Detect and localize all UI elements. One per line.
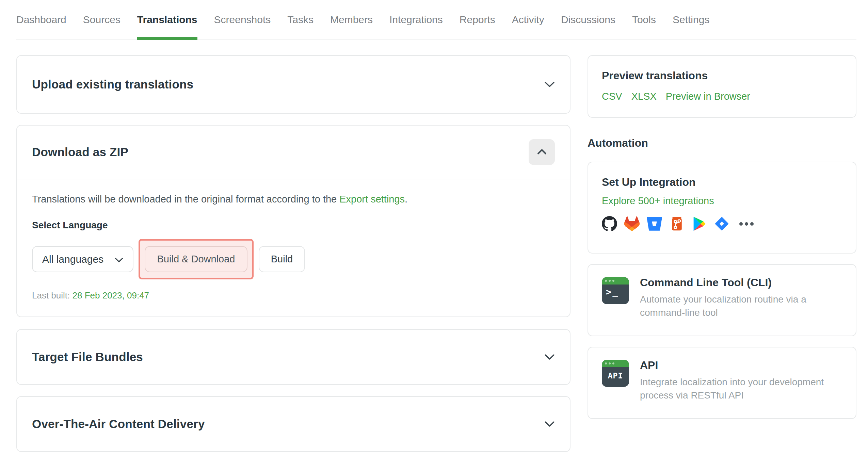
panel-title: Download as ZIP [32, 145, 128, 159]
tab-integrations[interactable]: Integrations [389, 0, 443, 39]
tab-tasks[interactable]: Tasks [287, 0, 314, 39]
api-title: API [640, 359, 842, 372]
api-card[interactable]: API API Integrate localization into your… [588, 347, 856, 419]
gitlab-icon[interactable] [624, 216, 640, 231]
cli-card[interactable]: >_ Command Line Tool (CLI) Automate your… [588, 264, 856, 336]
tab-dashboard[interactable]: Dashboard [16, 0, 66, 39]
chevron-down-icon [115, 254, 123, 265]
chevron-down-icon [544, 354, 555, 360]
integration-icons [602, 216, 842, 231]
api-icon-glyph: API [602, 367, 629, 380]
github-icon[interactable] [602, 216, 617, 231]
tab-discussions[interactable]: Discussions [561, 0, 615, 39]
automation-heading: Automation [588, 137, 856, 149]
description-period: . [405, 194, 407, 205]
last-built-label: Last built: [32, 290, 70, 300]
preview-translations-title: Preview translations [602, 69, 842, 82]
export-settings-link[interactable]: Export settings [339, 194, 405, 205]
description-text: Translations will be downloaded in the o… [32, 194, 339, 205]
tab-settings[interactable]: Settings [673, 0, 709, 39]
language-select-value: All languages [42, 254, 103, 265]
tab-activity[interactable]: Activity [512, 0, 544, 39]
target-file-bundles-panel[interactable]: Target File Bundles [16, 329, 570, 385]
bitbucket-icon[interactable] [647, 216, 662, 231]
panel-title: Over-The-Air Content Delivery [32, 417, 205, 431]
terminal-icon-glyph: >_ [602, 285, 629, 297]
tab-reports[interactable]: Reports [460, 0, 495, 39]
preview-translations-card: Preview translations CSV XLSX Preview in… [588, 55, 856, 118]
google-play-icon[interactable] [692, 216, 707, 231]
api-description: Integrate localization into your develop… [640, 376, 842, 402]
tab-screenshots[interactable]: Screenshots [214, 0, 271, 39]
chevron-down-icon [544, 81, 555, 88]
tab-translations[interactable]: Translations [137, 0, 197, 39]
cli-title: Command Line Tool (CLI) [640, 276, 841, 289]
last-built-status: Last built: 28 Feb 2023, 09:47 [32, 290, 555, 301]
chevron-up-icon [537, 149, 547, 156]
download-as-zip-panel: Download as ZIP Translations will be dow… [16, 125, 570, 317]
download-description: Translations will be downloaded in the o… [32, 194, 555, 205]
build-button[interactable]: Build [259, 246, 305, 272]
api-icon: API [602, 360, 629, 387]
panel-title: Upload existing translations [32, 78, 193, 91]
tab-sources[interactable]: Sources [83, 0, 120, 39]
language-select[interactable]: All languages [32, 246, 133, 272]
chevron-down-icon [544, 421, 555, 427]
more-icon[interactable] [739, 222, 754, 226]
explore-integrations-link[interactable]: Explore 500+ integrations [602, 195, 714, 207]
git-branch-icon[interactable] [669, 216, 685, 231]
highlight-annotation: Build & Download [139, 239, 254, 279]
set-up-integration-card: Set Up Integration Explore 500+ integrat… [588, 162, 856, 254]
cli-description: Automate your localization routine via a… [640, 293, 841, 319]
preview-xlsx-link[interactable]: XLSX [631, 91, 657, 102]
jira-icon[interactable] [714, 216, 729, 231]
collapse-panel-button[interactable] [529, 139, 555, 165]
tab-tools[interactable]: Tools [632, 0, 656, 39]
over-the-air-content-delivery-panel[interactable]: Over-The-Air Content Delivery [16, 396, 570, 452]
project-tabs: Dashboard Sources Translations Screensho… [16, 0, 856, 40]
tab-members[interactable]: Members [330, 0, 373, 39]
terminal-icon: >_ [602, 277, 629, 304]
preview-csv-link[interactable]: CSV [602, 91, 622, 102]
last-built-value: 28 Feb 2023, 09:47 [73, 290, 149, 300]
set-up-integration-title: Set Up Integration [602, 176, 842, 189]
upload-existing-translations-panel[interactable]: Upload existing translations [16, 55, 570, 114]
build-and-download-button[interactable]: Build & Download [145, 246, 247, 272]
panel-title: Target File Bundles [32, 350, 143, 364]
preview-in-browser-link[interactable]: Preview in Browser [666, 91, 750, 102]
download-panel-header: Download as ZIP [17, 126, 570, 179]
select-language-label: Select Language [32, 220, 555, 231]
